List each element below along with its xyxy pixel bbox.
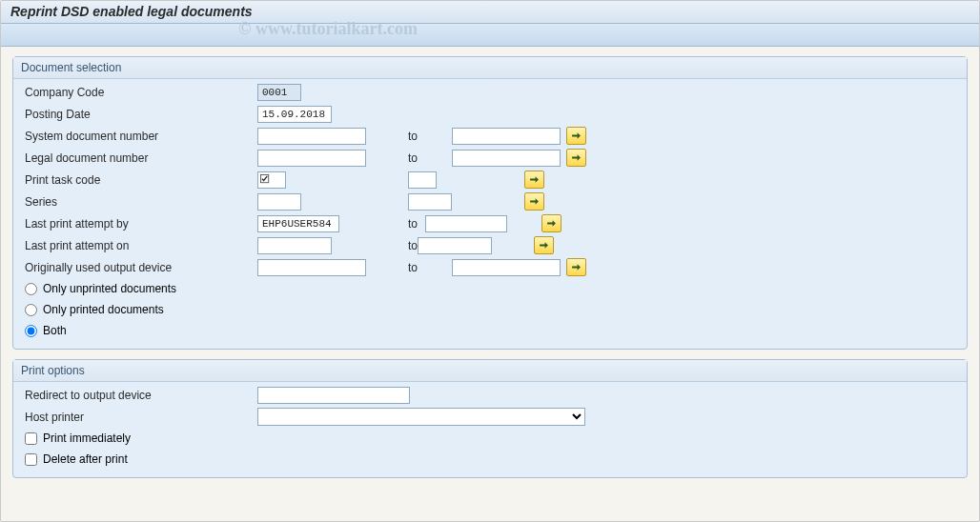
series-multi-button[interactable] [524,192,544,211]
output-device-multi-button[interactable] [566,258,586,276]
group-document-selection: Document selection Company Code Posting … [12,56,968,350]
label-print-task-code: Print task code [21,173,257,187]
label-system-document-number: System document number [21,130,257,143]
label-posting-date: Posting Date [21,108,257,121]
label-company-code: Company Code [21,86,257,99]
last-print-attempt-by-from[interactable] [257,215,339,232]
group-print-options: Print options Redirect to output device … [12,359,968,478]
label-legal-document-number: Legal document number [21,151,257,165]
label-last-print-attempt-on: Last print attempt on [21,239,257,252]
last-print-attempt-by-to[interactable] [425,215,507,232]
checkbox-print-immediately[interactable] [25,432,37,445]
group-title-document-selection: Document selection [13,57,967,79]
arrow-right-icon [529,196,540,207]
label-to: to [366,261,452,274]
legal-document-number-from[interactable] [257,150,366,167]
legal-document-number-multi-button[interactable] [566,149,586,167]
group-title-print-options: Print options [13,360,967,382]
series-from[interactable] [257,193,301,211]
host-printer-select[interactable] [257,408,585,426]
checkbox-delete-after-print[interactable] [25,453,37,466]
radio-only-printed[interactable] [25,304,37,316]
radio-label-both: Both [43,324,67,337]
redirect-output-device-field[interactable] [257,387,410,404]
label-print-immediately: Print immediately [43,432,131,445]
label-series: Series [21,195,257,209]
last-print-attempt-on-to[interactable] [418,237,492,254]
arrow-right-icon [546,218,557,229]
label-to: to [286,173,408,187]
radio-only-unprinted[interactable] [25,283,37,295]
system-document-number-from[interactable] [257,128,366,145]
arrow-right-icon [571,262,582,272]
series-to[interactable] [408,193,452,211]
label-host-printer: Host printer [21,411,257,424]
label-to: to [366,151,452,165]
label-delete-after-print: Delete after print [43,452,128,466]
radio-both[interactable] [25,325,37,337]
label-to: to [332,239,418,252]
last-print-attempt-on-multi-button[interactable] [534,236,554,254]
legal-document-number-to[interactable] [452,150,561,167]
last-print-attempt-on-from[interactable] [257,237,332,254]
output-device-to[interactable] [452,259,561,276]
label-to: to [301,195,408,209]
arrow-right-icon [529,174,540,185]
app-toolbar [1,24,979,47]
label-to: to [339,217,425,231]
print-task-code-from[interactable] [257,171,286,189]
radio-label-only-unprinted: Only unprinted documents [43,282,176,295]
arrow-right-icon [571,152,582,163]
radio-label-only-printed: Only printed documents [43,303,164,316]
output-device-from[interactable] [257,259,366,276]
posting-date-field[interactable] [257,106,332,123]
label-last-print-attempt-by: Last print attempt by [21,217,257,231]
company-code-field[interactable] [257,84,301,101]
print-task-code-multi-button[interactable] [524,171,544,189]
check-icon [260,174,271,185]
system-document-number-multi-button[interactable] [566,127,586,145]
label-to: to [366,130,452,143]
label-redirect-output-device: Redirect to output device [21,389,257,402]
print-task-code-to[interactable] [408,171,437,189]
arrow-right-icon [571,130,582,141]
last-print-attempt-by-multi-button[interactable] [541,214,561,232]
system-document-number-to[interactable] [452,128,561,145]
label-originally-used-output-device: Originally used output device [21,261,257,274]
page-title: Reprint DSD enabled legal documents [1,1,979,24]
arrow-right-icon [539,240,549,251]
